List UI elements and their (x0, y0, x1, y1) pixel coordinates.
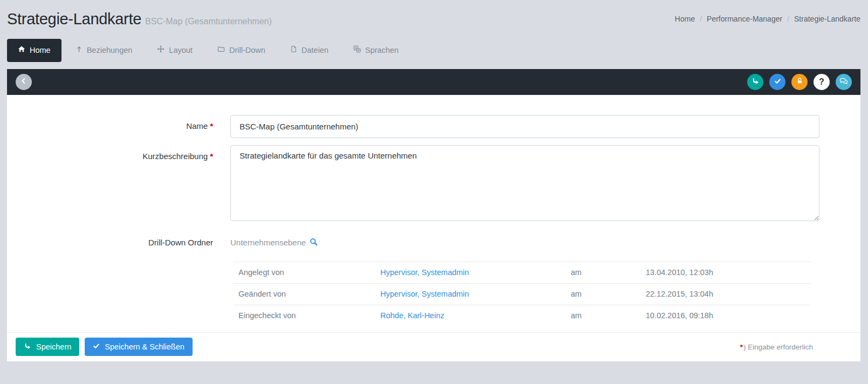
audit-am-label: am (571, 290, 646, 298)
toolbar-actions: ? (747, 74, 852, 90)
page-subtitle: BSC-Map (Gesamtunternehmen) (145, 17, 272, 26)
chevron-left-icon (20, 77, 28, 86)
content-panel: ? Name* Kurzbeschreibung* Strategielandk… (7, 69, 860, 361)
form-row-kurzbeschreibung: Kurzbeschreibung* Strategielandkarte für… (7, 145, 860, 223)
save-and-close-button[interactable]: Speichern & Schließen (85, 338, 193, 356)
audit-label: Angelegt von (238, 268, 380, 277)
required-marker: * (740, 343, 743, 351)
tab-bar: Home Beziehungen Layout Drill-Down Datei… (7, 39, 868, 62)
table-row-eingecheckt: Eingecheckt von Rohde, Karl-Heinz am 10.… (233, 305, 811, 326)
save-button-label: Speichern (36, 342, 71, 351)
audit-am-label: am (571, 311, 646, 320)
tab-label: Drill-Down (229, 45, 265, 56)
question-icon: ? (819, 78, 824, 86)
back-button[interactable] (16, 74, 32, 90)
unlock-icon (796, 77, 803, 86)
tab-drill-down[interactable]: Drill-Down (207, 39, 276, 62)
form-row-name: Name* (7, 115, 860, 138)
tab-label: Beziehungen (87, 45, 133, 56)
kurzbeschreibung-field[interactable]: Strategielandkarte für das gesamte Unter… (230, 145, 819, 221)
page-title-text: Strategie-Landkarte (7, 10, 141, 28)
tab-dateien[interactable]: Dateien (279, 39, 339, 62)
drilldown-ordner-value: Unternehmensebene (230, 238, 306, 247)
panel-footer: Speichern Speichern & Schließen *) Einga… (7, 332, 860, 361)
tab-home[interactable]: Home (7, 39, 61, 62)
breadcrumb-strategie-landkarte: Strategie-Landkarte (794, 15, 860, 23)
home-icon (18, 45, 25, 56)
tab-label: Home (30, 45, 51, 56)
audit-date: 10.02.2016, 09:18h (646, 311, 811, 320)
tab-layout[interactable]: Layout (146, 39, 203, 62)
check-icon (774, 78, 781, 86)
audit-label: Geändert von (238, 290, 380, 298)
drilldown-ordner-label: Drill-Down Ordner (7, 238, 213, 248)
save-action-button[interactable] (747, 74, 763, 90)
check-action-button[interactable] (769, 74, 785, 90)
help-action-button[interactable]: ? (814, 74, 830, 90)
save-button[interactable]: Speichern (16, 338, 79, 356)
required-marker: * (210, 152, 213, 161)
comments-icon (839, 77, 848, 86)
check-icon (93, 342, 100, 351)
audit-date: 13.04.2010, 12:03h (646, 268, 811, 277)
move-icon (157, 45, 165, 56)
drilldown-ordner-value-wrap: Unternehmensebene (230, 238, 318, 248)
audit-date: 22.12.2015, 13:04h (646, 290, 811, 298)
audit-table: Angelegt von Hypervisor, Systemadmin am … (233, 262, 811, 326)
audit-user-link[interactable]: Hypervisor, Systemadmin (380, 268, 571, 277)
tab-sprachen[interactable]: Sprachen (343, 39, 409, 62)
audit-label: Eingecheckt von (238, 311, 380, 320)
save-arrow-icon (24, 342, 31, 352)
audit-user-link[interactable]: Hypervisor, Systemadmin (380, 290, 571, 298)
tab-label: Layout (169, 45, 193, 56)
name-field[interactable] (230, 115, 819, 138)
audit-am-label: am (571, 268, 646, 277)
breadcrumb-home[interactable]: Home (675, 15, 695, 23)
breadcrumb-separator: / (700, 15, 702, 23)
tab-label: Sprachen (365, 45, 399, 56)
folder-icon (217, 45, 225, 56)
required-note: *) Eingabe erforderlich (740, 343, 852, 351)
page-header: Strategie-LandkarteBSC-Map (Gesamtuntern… (7, 6, 860, 31)
magnifier-icon[interactable] (310, 238, 318, 248)
kurzbeschreibung-label: Kurzbeschreibung* (7, 145, 213, 223)
tab-beziehungen[interactable]: Beziehungen (65, 39, 143, 62)
audit-user-link[interactable]: Rohde, Karl-Heinz (380, 311, 571, 320)
required-marker: * (210, 121, 213, 131)
file-icon (290, 45, 297, 56)
name-label: Name* (7, 115, 213, 138)
table-row-angelegt: Angelegt von Hypervisor, Systemadmin am … (233, 262, 811, 283)
language-icon (353, 45, 361, 56)
comments-action-button[interactable] (836, 74, 852, 90)
panel-toolbar: ? (7, 69, 860, 95)
form-row-drilldown-ordner: Drill-Down Ordner Unternehmensebene (7, 238, 860, 248)
tab-label: Dateien (302, 45, 329, 56)
save-arrow-icon (751, 77, 760, 87)
page-title: Strategie-LandkarteBSC-Map (Gesamtuntern… (7, 10, 272, 28)
save-and-close-button-label: Speichern & Schließen (105, 342, 184, 351)
table-row-geaendert: Geändert von Hypervisor, Systemadmin am … (233, 283, 811, 305)
form-body: Name* Kurzbeschreibung* Strategielandkar… (7, 95, 860, 326)
unlock-action-button[interactable] (791, 74, 808, 90)
breadcrumb-separator: / (787, 15, 789, 23)
breadcrumb-performance-manager[interactable]: Performance-Manager (707, 15, 782, 23)
arrow-up-icon (76, 45, 83, 56)
breadcrumb: Home / Performance-Manager / Strategie-L… (675, 15, 860, 23)
